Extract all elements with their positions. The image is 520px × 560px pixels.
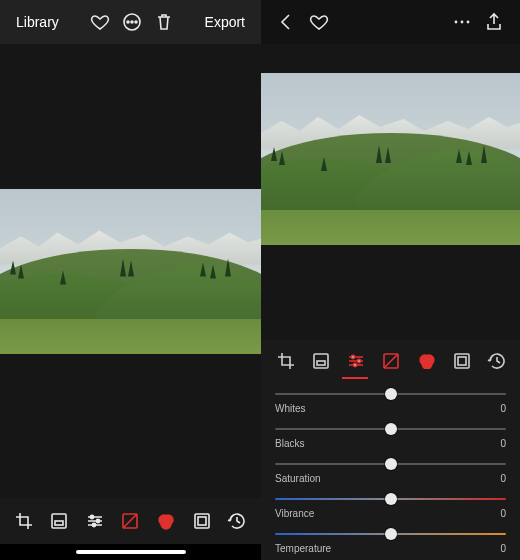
slider-value: 0 [500,508,506,519]
heart-icon[interactable] [309,12,329,32]
adjust-icon[interactable] [82,508,108,534]
slider-label: Temperature [275,543,331,554]
frame-icon[interactable] [189,508,215,534]
slider-blacks[interactable]: Blacks0 [275,423,506,449]
slider-whites[interactable]: Whites0 [275,388,506,414]
top-toolbar [261,0,520,44]
share-icon[interactable] [484,12,504,32]
mid-toolstrip [261,340,520,380]
bottom-toolstrip [0,498,261,544]
slider-label: Blacks [275,438,304,449]
top-toolbar: Library Export [0,0,261,44]
home-indicator [0,544,261,560]
history-icon[interactable] [224,508,250,534]
slider-panel: Whites0 Blacks0 Saturation0 Vibrance0 Te… [261,380,520,560]
adjust-icon[interactable] [342,347,368,373]
slider-thumb[interactable] [385,493,397,505]
heart-icon[interactable] [90,12,110,32]
color-wheel-icon[interactable] [413,347,439,373]
curves-icon[interactable] [117,508,143,534]
slider-value: 0 [500,438,506,449]
photo-preview [261,73,520,245]
slider-thumb[interactable] [385,458,397,470]
slider-thumb[interactable] [385,528,397,540]
slider-saturation[interactable]: Saturation0 [275,458,506,484]
slider-value: 0 [500,403,506,414]
crop-icon[interactable] [11,508,37,534]
curves-icon[interactable] [377,347,403,373]
preset-icon[interactable] [307,347,333,373]
photo-canvas[interactable] [261,44,520,274]
slider-label: Whites [275,403,306,414]
slider-value: 0 [500,473,506,484]
frame-icon[interactable] [448,347,474,373]
preset-icon[interactable] [46,508,72,534]
slider-label: Vibrance [275,508,314,519]
crop-icon[interactable] [272,347,298,373]
editor-pane-browse: Library Export [0,0,261,560]
more-icon[interactable] [122,12,142,32]
export-button[interactable]: Export [205,14,245,30]
spacer [261,274,520,340]
slider-temperature[interactable]: Temperature0 [275,528,506,554]
history-icon[interactable] [483,347,509,373]
color-wheel-icon[interactable] [153,508,179,534]
back-button[interactable] [277,12,297,32]
slider-vibrance[interactable]: Vibrance0 [275,493,506,519]
slider-value: 0 [500,543,506,554]
photo-preview [0,189,261,354]
library-button[interactable]: Library [16,14,59,30]
more-icon[interactable] [452,12,472,32]
slider-thumb[interactable] [385,388,397,400]
photo-canvas[interactable] [0,44,261,498]
slider-thumb[interactable] [385,423,397,435]
trash-icon[interactable] [154,12,174,32]
slider-label: Saturation [275,473,321,484]
editor-pane-adjust: Whites0 Blacks0 Saturation0 Vibrance0 Te… [261,0,520,560]
